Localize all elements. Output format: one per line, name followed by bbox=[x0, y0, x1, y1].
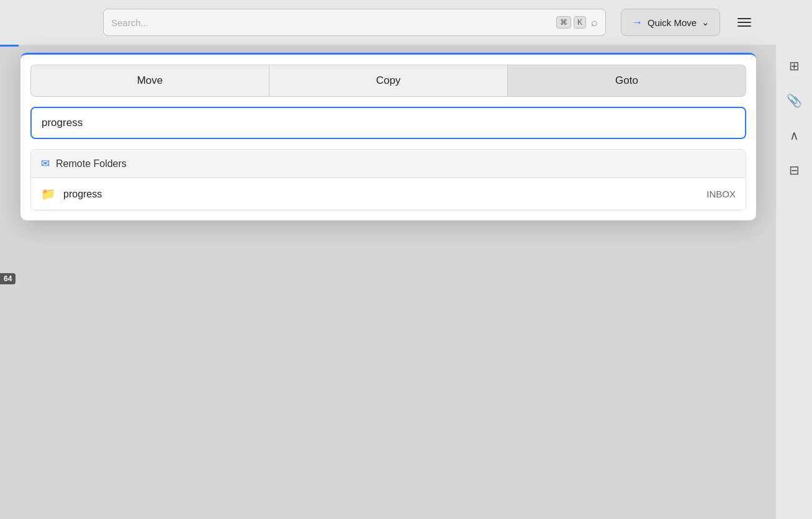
tab-move-label: Move bbox=[137, 74, 163, 87]
results-header-label: Remote Folders bbox=[56, 158, 127, 169]
folder-search-input[interactable] bbox=[30, 107, 746, 139]
tab-goto-button[interactable]: Goto bbox=[508, 65, 746, 97]
blue-accent-line bbox=[0, 45, 19, 47]
results-list: ✉ Remote Folders 📁 progress INBOX bbox=[30, 149, 746, 210]
search-placeholder: Search... bbox=[111, 17, 551, 28]
quick-move-chevron-icon: ⌄ bbox=[701, 17, 710, 28]
results-header: ✉ Remote Folders bbox=[31, 150, 746, 178]
kbd-k: K bbox=[574, 16, 586, 29]
search-bar[interactable]: Search... ⌘ K ⌕ bbox=[103, 9, 606, 36]
kbd-cmd: ⌘ bbox=[556, 16, 571, 29]
folder-icon: 📁 bbox=[41, 187, 56, 201]
tab-goto-label: Goto bbox=[615, 74, 638, 87]
hamburger-line-3 bbox=[738, 25, 751, 27]
result-item-name: progress bbox=[63, 189, 699, 200]
hamburger-menu-button[interactable] bbox=[733, 13, 756, 32]
quick-move-label: Quick Move bbox=[647, 17, 697, 28]
sidebar-icon-up[interactable]: ∧ bbox=[786, 124, 803, 147]
quick-move-button[interactable]: → Quick Move ⌄ bbox=[621, 9, 720, 36]
left-badge: 64 bbox=[0, 273, 16, 284]
result-item[interactable]: 📁 progress INBOX bbox=[31, 178, 746, 210]
tab-copy-button[interactable]: Copy bbox=[269, 65, 508, 97]
tab-move-button[interactable]: Move bbox=[30, 65, 269, 97]
result-item-location: INBOX bbox=[706, 189, 736, 199]
sidebar-icon-filter[interactable]: ⊞ bbox=[785, 55, 803, 77]
hamburger-line-1 bbox=[738, 18, 751, 19]
quick-move-modal: Move Copy Goto ✉ Remote Folders 📁 progre… bbox=[20, 53, 756, 220]
top-bar: Search... ⌘ K ⌕ → Quick Move ⌄ bbox=[0, 0, 812, 45]
sidebar-icon-attachment[interactable]: 📎 bbox=[783, 89, 806, 112]
keyboard-shortcut-group: ⌘ K bbox=[556, 16, 586, 29]
search-icon: ⌕ bbox=[591, 16, 598, 29]
tab-copy-label: Copy bbox=[376, 74, 401, 87]
quick-move-arrow-icon: → bbox=[631, 16, 643, 29]
hamburger-line-2 bbox=[738, 22, 751, 23]
right-sidebar: ⊞ 📎 ∧ ⊟ bbox=[776, 45, 812, 519]
sidebar-icon-grid[interactable]: ⊟ bbox=[785, 159, 803, 181]
tab-row: Move Copy Goto bbox=[30, 65, 746, 97]
email-icon: ✉ bbox=[41, 157, 50, 170]
